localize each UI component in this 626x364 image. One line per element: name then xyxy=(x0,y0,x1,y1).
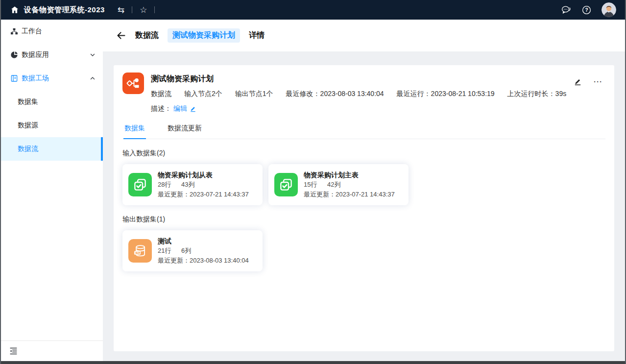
star-icon[interactable]: ☆ xyxy=(140,6,147,14)
pie-chart-icon xyxy=(10,51,18,59)
sidebar-footer xyxy=(1,340,103,361)
output-dataset-row: ETL 测试 21行 6列 最近更新：2023-08-03 13:40:04 xyxy=(122,230,605,271)
more-icon[interactable]: ··· xyxy=(594,78,602,85)
app-body: 工作台 数据应用 xyxy=(1,20,625,361)
avatar[interactable] xyxy=(602,2,616,17)
help-glyph: ? xyxy=(585,7,588,13)
sidebar-item-label: 工作台 xyxy=(22,27,42,36)
meta-last-run: 最近运行：2023-08-21 10:53:19 xyxy=(397,90,495,98)
app-title: 设备物资管理系统-2023 xyxy=(24,5,105,15)
sidebar-item-label: 数据流 xyxy=(18,145,38,153)
sidebar-item-label: 数据工场 xyxy=(22,74,49,83)
dataflow-header: 测试物资采购计划 数据流 输入节点2个 输出节点1个 最近修改：2023-08-… xyxy=(122,73,605,113)
dataset-cols: 43列 xyxy=(181,181,194,188)
content-area: 测试物资采购计划 数据流 输入节点2个 输出节点1个 最近修改：2023-08-… xyxy=(103,51,625,361)
dataset-cols: 6列 xyxy=(181,247,191,254)
dataset-icon xyxy=(274,173,298,196)
sidebar-item-data-app[interactable]: 数据应用 xyxy=(1,43,103,67)
dataset-card[interactable]: 物资采购计划主表 15行 42列 最近更新：2023-07-21 14:43:3… xyxy=(268,164,409,205)
etl-label: ETL xyxy=(135,251,140,254)
dataset-updated: 最近更新：2023-07-21 14:43:37 xyxy=(304,190,395,199)
detail-tabs: 数据集 数据流更新 xyxy=(122,120,605,139)
sidebar-item-label: 数据集 xyxy=(18,97,38,106)
dataset-rows: 28行 xyxy=(158,181,171,188)
dataflow-header-text: 测试物资采购计划 数据流 输入节点2个 输出节点1个 最近修改：2023-08-… xyxy=(151,73,574,113)
topbar: 设备物资管理系统-2023 ⇆ ☆ ? xyxy=(1,0,625,20)
app-window: 设备物资管理系统-2023 ⇆ ☆ ? xyxy=(0,0,626,364)
window-frame-bottom xyxy=(1,361,625,364)
help-icon[interactable]: ? xyxy=(581,4,592,15)
home-icon[interactable] xyxy=(10,5,20,15)
back-icon[interactable] xyxy=(116,30,126,41)
sidebar-item-datasource[interactable]: 数据源 xyxy=(1,114,103,137)
sidebar-item-label: 数据应用 xyxy=(22,50,49,59)
dataset-stats: 28行 43列 xyxy=(158,180,249,190)
dataflow-actions: ··· xyxy=(574,73,605,86)
tab-datasets[interactable]: 数据集 xyxy=(123,120,146,139)
description-label: 描述： xyxy=(151,104,171,113)
divider xyxy=(154,6,155,13)
dataset-name: 物资采购计划主表 xyxy=(304,170,395,180)
meta-input-nodes: 输入节点2个 xyxy=(184,90,222,98)
dataset-rows: 21行 xyxy=(158,247,171,254)
main-area: 数据流 测试物资采购计划 详情 xyxy=(103,20,625,361)
topbar-right: ? xyxy=(560,2,616,17)
breadcrumb-current: 测试物资采购计划 xyxy=(168,28,240,43)
dataflow-icon xyxy=(122,73,144,94)
dataflow-meta: 数据流 输入节点2个 输出节点1个 最近修改：2023-08-03 13:40:… xyxy=(151,90,574,98)
sidebar-item-workbench[interactable]: 工作台 xyxy=(1,20,103,43)
output-section-title: 输出数据集(1) xyxy=(122,215,605,224)
dataset-info: 物资采购计划从表 28行 43列 最近更新：2023-07-21 14:43:3… xyxy=(158,170,249,199)
sidebar-item-dataflow[interactable]: 数据流 xyxy=(1,137,103,161)
page-header: 数据流 测试物资采购计划 详情 xyxy=(103,20,625,51)
chevron-down-icon xyxy=(89,51,96,58)
edit-description-link[interactable]: 编辑 xyxy=(173,104,187,113)
sidebar-item-dataset[interactable]: 数据集 xyxy=(1,90,103,114)
dataflow-title: 测试物资采购计划 xyxy=(151,74,574,84)
topbar-tools: ⇆ ☆ xyxy=(118,6,155,14)
dataset-cols: 42列 xyxy=(327,181,340,188)
sidebar-spacer xyxy=(1,161,103,340)
sidebar: 工作台 数据应用 xyxy=(1,20,103,361)
chevron-up-icon xyxy=(89,75,96,82)
sidebar-item-data-factory[interactable]: 数据工场 xyxy=(1,67,103,90)
collapse-sidebar-icon[interactable] xyxy=(9,346,18,356)
dataset-updated: 最近更新：2023-08-03 13:40:04 xyxy=(158,256,249,266)
dataset-name: 测试 xyxy=(158,236,249,246)
dataset-card[interactable]: 物资采购计划从表 28行 43列 最近更新：2023-07-21 14:43:3… xyxy=(122,164,263,205)
dataset-name: 物资采购计划从表 xyxy=(158,170,249,180)
meta-output-nodes: 输出节点1个 xyxy=(235,90,273,98)
workbench-icon xyxy=(10,27,18,36)
edit-description-pencil-icon[interactable] xyxy=(189,105,196,113)
input-dataset-row: 物资采购计划从表 28行 43列 最近更新：2023-07-21 14:43:3… xyxy=(122,164,605,205)
dataset-rows: 15行 xyxy=(304,181,317,188)
dataset-stats: 21行 6列 xyxy=(158,246,249,256)
meta-last-duration: 上次运行时长：39s xyxy=(507,90,567,98)
input-section-title: 输入数据集(2) xyxy=(122,149,605,158)
sidebar-item-label: 数据源 xyxy=(18,121,38,130)
detail-panel: 测试物资采购计划 数据流 输入节点2个 输出节点1个 最近修改：2023-08-… xyxy=(114,65,614,351)
messages-icon[interactable] xyxy=(560,4,571,15)
data-factory-icon xyxy=(10,74,18,83)
breadcrumb-root[interactable]: 数据流 xyxy=(135,30,159,41)
tab-dataflow-updates[interactable]: 数据流更新 xyxy=(167,120,203,139)
edit-icon[interactable] xyxy=(574,77,582,86)
divider xyxy=(132,6,132,13)
dataset-stats: 15行 42列 xyxy=(304,180,395,190)
dataflow-description: 描述： 编辑 xyxy=(151,104,574,113)
meta-type: 数据流 xyxy=(151,90,171,98)
etl-database-icon: ETL xyxy=(128,239,152,263)
breadcrumb-detail: 详情 xyxy=(249,30,265,41)
swap-icon[interactable]: ⇆ xyxy=(118,6,124,14)
dataset-info: 物资采购计划主表 15行 42列 最近更新：2023-07-21 14:43:3… xyxy=(304,170,395,199)
dataset-updated: 最近更新：2023-07-21 14:43:37 xyxy=(158,190,249,199)
dataset-card[interactable]: ETL 测试 21行 6列 最近更新：2023-08-03 13:40:04 xyxy=(122,230,263,271)
meta-last-modified: 最近修改：2023-08-03 13:40:04 xyxy=(286,90,384,98)
dataset-info: 测试 21行 6列 最近更新：2023-08-03 13:40:04 xyxy=(158,236,249,266)
dataset-icon xyxy=(128,173,152,196)
